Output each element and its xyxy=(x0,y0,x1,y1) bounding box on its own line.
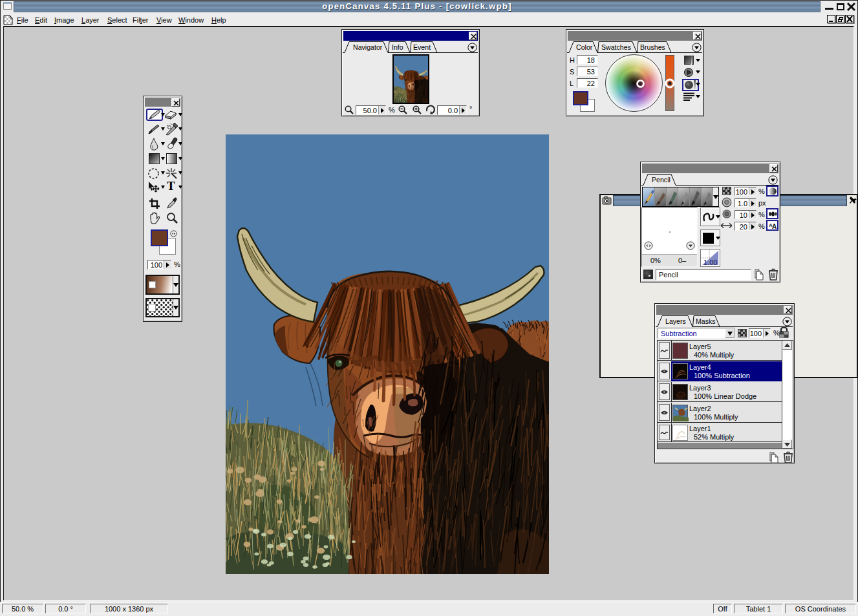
svg-text:Layers: Layers xyxy=(665,317,686,325)
svg-text:Masks: Masks xyxy=(696,317,716,325)
svg-text:Navigator: Navigator xyxy=(353,43,383,51)
svg-text:Color: Color xyxy=(576,43,593,51)
svg-text:Swatches: Swatches xyxy=(601,43,631,51)
svg-text:Brushes: Brushes xyxy=(640,43,665,51)
svg-text:Event: Event xyxy=(413,43,431,51)
svg-text:Pencil: Pencil xyxy=(652,176,670,184)
svg-text:A: A xyxy=(772,223,777,229)
svg-text:Info: Info xyxy=(392,43,403,51)
